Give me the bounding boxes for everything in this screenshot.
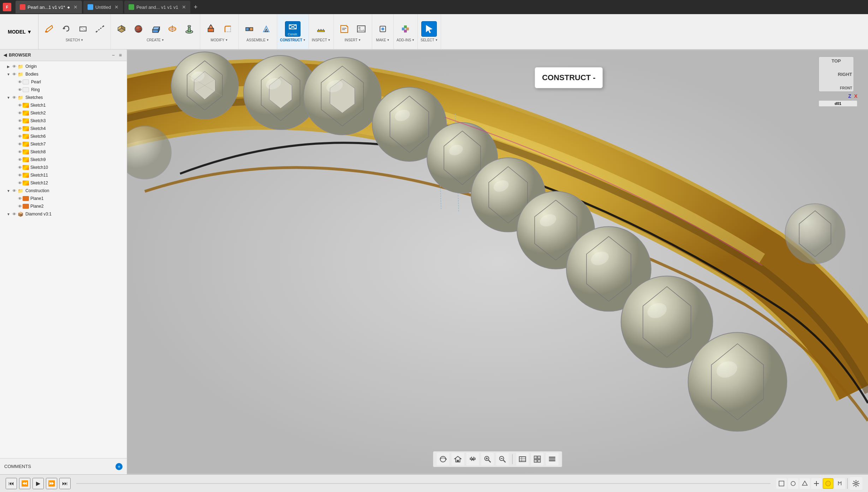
asbuilt-button[interactable] [258,21,274,37]
sketch-button[interactable] [41,21,57,37]
rectangle-button[interactable] [75,21,91,37]
ring-visibility[interactable]: 👁 [17,87,23,93]
viewcube-orientation-label[interactable]: d01 [819,100,857,107]
tool-4[interactable] [811,478,822,489]
tree-item-diamond[interactable]: ▼ 👁 📦 Diamond v3:1 [0,210,127,218]
anim-next[interactable]: ⏩ [46,478,57,489]
diamond-toggle[interactable]: ▼ [6,211,11,217]
comments-add-button[interactable]: + [115,463,123,470]
tab-pearl[interactable]: Pearl an...1 v1 v1* ● ✕ [16,1,82,13]
press-pull-button[interactable] [203,21,219,37]
zoom-out-button[interactable] [496,453,509,466]
sketches-toggle[interactable]: ▼ [6,95,11,100]
anim-skip-start[interactable]: ⏮ [6,478,17,489]
tree-item-sketch9[interactable]: 👁 Sketch9 [0,156,127,164]
origin-toggle[interactable]: ▶ [6,64,11,69]
sketch6-visibility[interactable]: 👁 [17,134,23,139]
sketch12-visibility[interactable]: 👁 [17,180,23,186]
anim-play[interactable]: ▶ [32,478,44,489]
tree-item-sketch1[interactable]: 👁 Sketch1 [0,101,127,109]
browser-minus-button[interactable]: − [111,52,116,59]
sketch2-visibility[interactable]: 👁 [17,110,23,116]
view-options-button[interactable] [546,453,559,466]
tree-item-sketches[interactable]: ▼ 👁 📁 Sketches [0,94,127,101]
make-group-label[interactable]: MAKE ▼ [376,38,390,42]
insert-group-label[interactable]: INSERT ▼ [345,38,361,42]
tree-item-sketch11[interactable]: 👁 Sketch11 [0,171,127,179]
sketch-group-label[interactable]: SKETCH ▼ [66,38,83,42]
tree-item-plane2[interactable]: 👁 Plane2 [0,202,127,210]
plane1-visibility[interactable]: 👁 [17,196,23,201]
box-button[interactable] [114,21,129,37]
select-group-label[interactable]: SELECT ▼ [421,38,438,42]
tab-add-button[interactable]: + [192,4,200,11]
line-button[interactable] [92,21,108,37]
sketch8-visibility[interactable]: 👁 [17,149,23,155]
sketch4-visibility[interactable]: 👁 [17,126,23,131]
sketch1-visibility[interactable]: 👁 [17,102,23,108]
joint-button[interactable] [242,21,257,37]
origin-visibility[interactable]: 👁 [11,64,17,69]
tree-item-sketch8[interactable]: 👁 Sketch8 [0,148,127,156]
diamond-visibility[interactable]: 👁 [11,211,17,217]
construction-visibility[interactable]: 👁 [11,188,17,194]
grid-button[interactable] [531,453,544,466]
tab-close-untitled[interactable]: ✕ [114,4,119,10]
tree-item-ring[interactable]: 👁 Ring [0,86,127,94]
tab-pearl2[interactable]: Pearl and... v1 v1 v1 ✕ [124,1,190,13]
tree-item-bodies[interactable]: ▼ 👁 📁 Bodies [0,70,127,78]
browser-arrow-left[interactable]: ◀ [4,53,7,58]
measure-button[interactable] [313,21,329,37]
viewport[interactable]: TOP RIGHT FRONT Z X d01 CONSTRUCT - [127,49,868,474]
make-button[interactable] [375,21,391,37]
tree-item-sketch6[interactable]: 👁 Sketch6 [0,132,127,140]
revolve-button[interactable] [165,21,180,37]
extrude-button[interactable] [148,21,163,37]
sketch9-visibility[interactable]: 👁 [17,157,23,162]
viewcube[interactable]: TOP RIGHT FRONT Z X d01 [819,57,857,102]
sketch7-visibility[interactable]: 👁 [17,141,23,147]
plane2-visibility[interactable]: 👁 [17,203,23,209]
undo-button[interactable] [58,21,74,37]
anim-skip-end[interactable]: ⏭ [59,478,71,489]
orbit-button[interactable] [437,453,450,466]
tree-item-sketch7[interactable]: 👁 Sketch7 [0,140,127,148]
modify-group-label[interactable]: MODIFY ▼ [211,38,228,42]
tab-untitled[interactable]: Untitled ✕ [83,1,123,13]
addins-button[interactable] [398,21,413,37]
sketches-visibility[interactable]: 👁 [11,95,17,100]
tool-2[interactable] [788,478,798,489]
image-button[interactable] [353,21,369,37]
tab-close-pearl[interactable]: ✕ [73,4,78,10]
sphere-button[interactable] [131,21,146,37]
insert-button[interactable] [337,21,352,37]
assemble-group-label[interactable]: ASSEMBLE ▼ [246,38,269,42]
tool-highlight[interactable] [823,478,833,489]
bodies-toggle[interactable]: ▼ [6,71,11,77]
tree-item-sketch4[interactable]: 👁 Sketch4 [0,125,127,132]
inspect-group-label[interactable]: INSPECT ▼ [312,38,331,42]
pearl-visibility[interactable]: 👁 [17,79,23,85]
tree-item-origin[interactable]: ▶ 👁 📁 Origin [0,63,127,70]
fillet-button[interactable] [220,21,236,37]
tool-1[interactable] [776,478,787,489]
model-menu-button[interactable]: MODEL ▼ [6,14,34,49]
addins-group-label[interactable]: ADD-INS ▼ [397,38,415,42]
sketch3-visibility[interactable]: 👁 [17,118,23,124]
tree-item-sketch12[interactable]: 👁 Sketch12 [0,179,127,187]
tree-item-plane1[interactable]: 👁 Plane1 [0,195,127,202]
viewcube-box[interactable]: TOP RIGHT FRONT [819,57,854,92]
tree-item-construction[interactable]: ▼ 👁 📁 Construction [0,187,127,195]
tab-close-pearl2[interactable]: ✕ [182,4,186,10]
bodies-visibility[interactable]: 👁 [11,71,17,77]
anim-prev[interactable]: ⏪ [19,478,30,489]
zoom-fit-button[interactable] [481,453,494,466]
tool-3[interactable] [799,478,810,489]
tree-item-sketch3[interactable]: 👁 Sketch3 [0,117,127,125]
tree-item-sketch10[interactable]: 👁 Sketch10 [0,164,127,171]
tree-item-pearl[interactable]: 👁 Pearl [0,78,127,86]
timeline-track[interactable] [76,483,771,484]
loft-button[interactable] [182,21,197,37]
construct-group-label[interactable]: CONSTRUCT ▼ [280,38,306,42]
tool-5[interactable] [834,478,845,489]
